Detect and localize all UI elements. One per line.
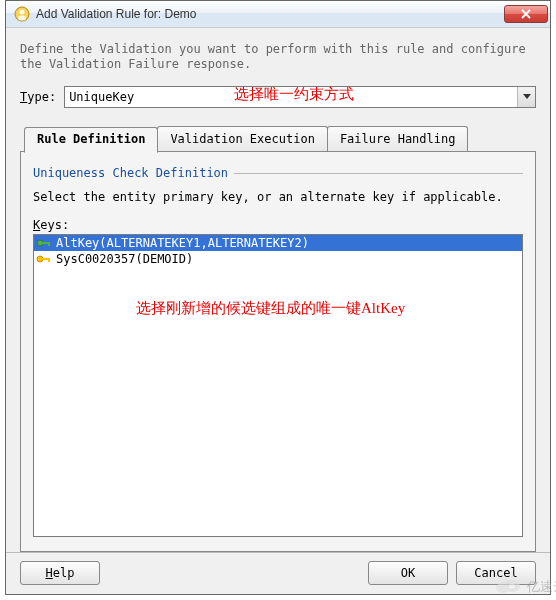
key-item-altkey[interactable]: AltKey(ALTERNATEKEY1,ALTERNATEKEY2) <box>34 235 522 251</box>
close-icon <box>521 9 531 19</box>
ok-button[interactable]: OK <box>368 561 448 585</box>
svg-point-2 <box>18 15 26 20</box>
type-select-wrap: UniqueKey <box>64 86 536 108</box>
key-yellow-icon <box>36 252 52 266</box>
button-bar: Help OK Cancel <box>6 552 550 594</box>
key-item-sysc[interactable]: SysC0020357(DEMOID) <box>34 251 522 267</box>
cancel-button[interactable]: Cancel <box>456 561 536 585</box>
description-text: Define the Validation you want to perfor… <box>20 42 536 72</box>
close-button[interactable] <box>504 5 548 23</box>
fieldset-title: Uniqueness Check Definition <box>33 166 228 180</box>
svg-point-1 <box>20 9 25 14</box>
content-area: Define the Validation you want to perfor… <box>6 28 550 552</box>
svg-rect-5 <box>48 242 50 246</box>
tabs-container: Rule Definition Validation Execution Fai… <box>20 126 536 552</box>
divider <box>234 173 523 174</box>
type-label: Type: <box>20 90 56 104</box>
app-icon <box>14 6 30 22</box>
dialog-window: Add Validation Rule for: Demo Define the… <box>5 0 551 595</box>
key-green-icon <box>36 236 52 250</box>
key-item-label: AltKey(ALTERNATEKEY1,ALTERNATEKEY2) <box>56 236 309 250</box>
fieldset-header: Uniqueness Check Definition <box>33 166 523 180</box>
window-title: Add Validation Rule for: Demo <box>36 7 504 21</box>
tab-validation-execution[interactable]: Validation Execution <box>157 126 328 151</box>
svg-rect-8 <box>48 258 50 262</box>
help-button[interactable]: Help <box>20 561 100 585</box>
tab-rule-definition[interactable]: Rule Definition <box>24 127 158 153</box>
type-row: Type: UniqueKey 选择唯一约束方式 <box>20 86 536 108</box>
title-bar[interactable]: Add Validation Rule for: Demo <box>6 1 550 28</box>
keys-listbox[interactable]: AltKey(ALTERNATEKEY1,ALTERNATEKEY2) SysC… <box>33 234 523 537</box>
annotation-keys: 选择刚新增的候选键组成的唯一键AltKey <box>136 299 405 318</box>
tab-strip: Rule Definition Validation Execution Fai… <box>24 126 536 151</box>
type-select[interactable]: UniqueKey <box>64 86 536 108</box>
instruction-text: Select the entity primary key, or an alt… <box>33 190 523 204</box>
key-item-label: SysC0020357(DEMOID) <box>56 252 193 266</box>
keys-label: Keys: <box>33 218 523 232</box>
tab-panel: Uniqueness Check Definition Select the e… <box>20 151 536 552</box>
tab-failure-handling[interactable]: Failure Handling <box>327 126 469 151</box>
